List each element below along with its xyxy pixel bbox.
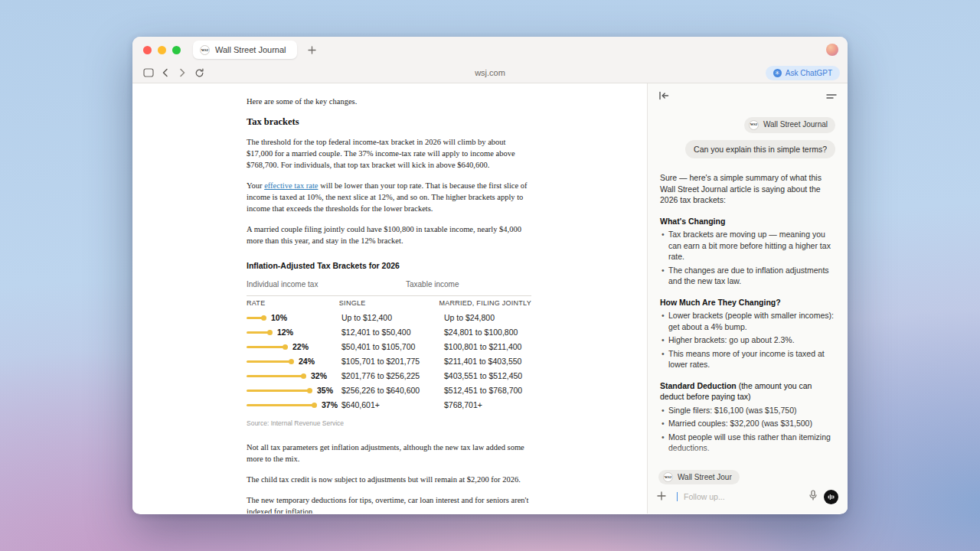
chatgpt-logo-icon: ✳: [773, 69, 782, 77]
profile-avatar[interactable]: [826, 44, 838, 56]
back-icon: [161, 68, 170, 77]
col-header-single: SINGLE: [339, 298, 439, 309]
single-value: Up to $12,400: [341, 312, 444, 324]
waveform-icon: [828, 494, 835, 500]
chat-bullet: Higher brackets: go up about 2.3%.: [660, 334, 835, 346]
tab-title: Wall Street Journal: [215, 45, 286, 54]
chart-title: Inflation-Adjusted Tax Brackets for 2026: [247, 260, 531, 272]
effective-tax-rate-link[interactable]: effective tax rate: [264, 181, 318, 190]
chart-source: Source: Internal Revenue Service: [247, 418, 531, 429]
microphone-icon: [808, 490, 818, 500]
browser-tab-wsj[interactable]: WSJ Wall Street Journal: [193, 41, 297, 59]
add-attachment-button[interactable]: [657, 490, 666, 504]
chat-bullet: Tax brackets are moving up — meaning you…: [660, 229, 835, 262]
heading-bold: Standard Deduction: [660, 381, 737, 390]
collapse-panel-button[interactable]: [658, 90, 669, 103]
married-value: $24,801 to $100,800: [444, 327, 531, 338]
menu-icon: [826, 93, 837, 100]
chat-menu-button[interactable]: [826, 90, 837, 103]
browser-titlebar: WSJ Wall Street Journal: [132, 37, 848, 63]
table-row: 10% Up to $12,400 Up to $24,800: [247, 311, 531, 325]
rate-label: 32%: [311, 370, 327, 382]
rate-bar: [247, 331, 270, 334]
dictate-button[interactable]: [808, 490, 818, 504]
rate-label: 10%: [271, 312, 287, 324]
heading-bold: Estate and Gift Taxes: [660, 465, 741, 465]
married-value: $768,701+: [444, 399, 531, 411]
sidebar-toggle-button[interactable]: [140, 65, 157, 80]
table-row: 22% $50,401 to $105,700 $100,801 to $211…: [247, 340, 531, 354]
new-tab-button[interactable]: [308, 46, 316, 54]
col-header-married: MARRIED, FILING JOINTLY: [439, 298, 531, 309]
table-row: 32% $201,776 to $256,225 $403,551 to $51…: [247, 369, 531, 383]
rate-label: 12%: [277, 327, 293, 338]
user-message-text: Can you explain this in simple terms?: [685, 140, 835, 159]
married-value: $100,801 to $211,400: [444, 341, 531, 353]
article-heading-tax-brackets: Tax brackets: [247, 116, 531, 128]
address-url[interactable]: wsj.com: [132, 68, 848, 77]
chat-bullet: Most people will use this rather than it…: [660, 432, 835, 454]
chat-section-heading: How Much Are They Changing?: [660, 297, 835, 308]
assistant-intro: Sure — here's a simple summary of what t…: [660, 172, 835, 206]
content-area: Here are some of the key changes. Tax br…: [132, 83, 848, 514]
voice-mode-button[interactable]: [824, 490, 838, 504]
forward-button[interactable]: [174, 65, 191, 80]
article-paragraph: The child tax credit is now subject to a…: [247, 474, 531, 485]
chat-bullet: Single filers: $16,100 (was $15,750): [660, 405, 835, 416]
article-paragraph: The new temporary deductions for tips, o…: [247, 494, 531, 514]
window-controls: [143, 46, 181, 54]
chat-bullet: This means more of your income is taxed …: [660, 348, 835, 370]
chat-section-heading: What's Changing: [660, 216, 835, 227]
close-button[interactable]: [143, 46, 152, 54]
single-value: $12,401 to $50,400: [341, 327, 444, 338]
heading-bold: What's Changing: [660, 217, 725, 226]
wsj-favicon-icon: WSJ: [749, 120, 759, 130]
chat-context-row: WSJ Wall Street Journal: [648, 465, 848, 484]
text-cursor: [677, 492, 678, 501]
chat-messages: WSJ Wall Street Journal Can you explain …: [648, 109, 848, 465]
reload-button[interactable]: [191, 65, 207, 80]
group-label-left: Individual income tax: [247, 279, 406, 290]
forward-icon: [178, 68, 187, 77]
follow-up-input[interactable]: [684, 492, 802, 501]
single-value: $50,401 to $105,700: [341, 341, 444, 353]
rate-bar: [247, 346, 285, 348]
plus-icon: [657, 491, 666, 500]
back-button[interactable]: [157, 65, 174, 80]
single-value: $201,776 to $256,225: [341, 370, 444, 382]
table-row: 37% $640,601+ $768,701+: [247, 398, 531, 412]
ask-chatgpt-button[interactable]: ✳ Ask ChatGPT: [766, 66, 840, 80]
married-value: $512,451 to $768,700: [444, 385, 531, 396]
single-value: $640,601+: [341, 399, 444, 411]
chat-input-row: [648, 484, 848, 514]
context-source-chip[interactable]: WSJ Wall Street Journal: [658, 470, 740, 484]
wsj-favicon-icon: WSJ: [200, 45, 210, 55]
rate-bar: [247, 390, 309, 392]
zoom-button[interactable]: [172, 46, 181, 54]
chatgpt-sidebar: WSJ Wall Street Journal Can you explain …: [647, 83, 848, 514]
source-chip[interactable]: WSJ Wall Street Journal: [744, 117, 835, 133]
context-chip-label: Wall Street Journal: [678, 473, 732, 481]
single-value: $105,701 to $201,775: [341, 356, 444, 367]
wsj-favicon-icon: WSJ: [663, 472, 673, 482]
article-paragraph: Your effective tax rate will be lower th…: [247, 180, 531, 214]
ask-chatgpt-label: Ask ChatGPT: [786, 69, 832, 77]
desktop-background: WSJ Wall Street Journal wsj.com: [0, 0, 980, 551]
rate-label: 37%: [322, 399, 338, 411]
rate-bar: [247, 375, 303, 377]
chat-bullet: Lower brackets (people with smaller inco…: [660, 310, 835, 332]
reload-icon: [194, 68, 204, 78]
source-chip-label: Wall Street Journal: [763, 119, 828, 131]
user-message: Can you explain this in simple terms?: [660, 140, 835, 159]
tax-brackets-chart: Inflation-Adjusted Tax Brackets for 2026…: [247, 260, 531, 429]
col-header-rate: RATE: [247, 298, 339, 309]
plus-icon: [308, 46, 316, 54]
rate-label: 22%: [292, 341, 309, 353]
rate-bar: [247, 404, 314, 406]
article-paragraph: Not all tax parameters get inflation adj…: [247, 442, 531, 465]
rate-bar: [247, 360, 291, 363]
chat-bullet: The changes are due to inflation adjustm…: [660, 265, 835, 287]
heading-bold: How Much Are They Changing?: [660, 298, 781, 307]
minimize-button[interactable]: [158, 46, 166, 54]
chart-header-row: RATE SINGLE MARRIED, FILING JOINTLY: [247, 295, 531, 311]
